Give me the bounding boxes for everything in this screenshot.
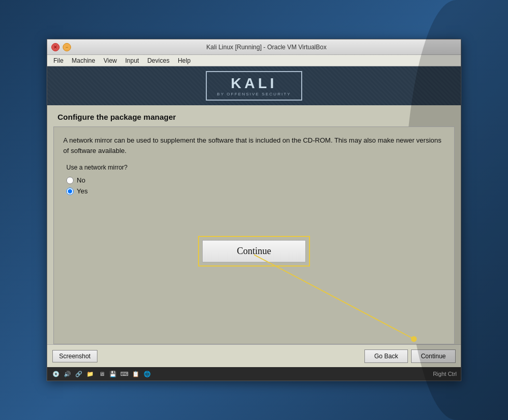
menu-help[interactable]: Help bbox=[174, 56, 195, 65]
hdd-icon: 💾 bbox=[108, 369, 118, 379]
svg-line-0 bbox=[254, 255, 414, 339]
audio-icon: 🔊 bbox=[63, 369, 72, 379]
kali-banner: KALI BY OFFENSIVE SECURITY bbox=[47, 66, 461, 105]
bottom-continue-button[interactable]: Continue bbox=[411, 349, 456, 363]
bottom-right-buttons: Go Back Continue bbox=[364, 349, 456, 363]
screenshot-button[interactable]: Screenshot bbox=[52, 350, 97, 362]
close-button[interactable]: ✕ bbox=[51, 43, 60, 51]
continue-btn-container: Continue bbox=[198, 236, 310, 267]
svg-point-1 bbox=[411, 336, 417, 342]
menu-bar: File Machine View Input Devices Help bbox=[47, 55, 461, 66]
right-ctrl-label: Right Ctrl bbox=[433, 371, 457, 377]
title-bar: ✕ − Kali Linux [Running] - Oracle VM Vir… bbox=[47, 39, 461, 55]
radio-no[interactable]: No bbox=[66, 176, 445, 184]
menu-file[interactable]: File bbox=[49, 56, 67, 65]
input-icon: ⌨ bbox=[120, 369, 129, 379]
usb-icon: 💿 bbox=[51, 369, 61, 379]
question-label: Use a network mirror? bbox=[66, 164, 445, 171]
radio-no-input[interactable] bbox=[66, 177, 74, 184]
menu-input[interactable]: Input bbox=[121, 56, 144, 65]
title-bar-buttons: ✕ − bbox=[51, 43, 71, 51]
network-icon: 🔗 bbox=[74, 369, 83, 379]
globe-icon: 🌐 bbox=[143, 369, 152, 379]
arrow-annotation bbox=[54, 127, 454, 344]
kali-logo-sub: BY OFFENSIVE SECURITY bbox=[217, 92, 291, 96]
kali-logo-text: KALI bbox=[217, 75, 291, 92]
content-continue-button[interactable]: Continue bbox=[202, 240, 306, 262]
radio-yes[interactable]: Yes bbox=[66, 187, 445, 195]
radio-yes-label: Yes bbox=[77, 187, 88, 195]
bottom-bar: Screenshot Go Back Continue bbox=[47, 344, 461, 367]
content-box: A network mirror can be used to suppleme… bbox=[53, 127, 455, 344]
minimize-button[interactable]: − bbox=[63, 43, 71, 51]
menu-view[interactable]: View bbox=[100, 56, 121, 65]
go-back-button[interactable]: Go Back bbox=[364, 349, 408, 363]
description-text: A network mirror can be used to suppleme… bbox=[63, 135, 445, 156]
clipboard-icon: 📋 bbox=[131, 369, 140, 379]
menu-devices[interactable]: Devices bbox=[143, 56, 174, 65]
radio-no-label: No bbox=[77, 176, 86, 184]
radio-yes-input[interactable] bbox=[66, 188, 74, 195]
kali-logo: KALI BY OFFENSIVE SECURITY bbox=[206, 71, 303, 101]
content-area: Configure the package manager A network … bbox=[47, 105, 461, 344]
continue-btn-highlight: Continue bbox=[198, 236, 310, 267]
folder-icon: 📁 bbox=[86, 369, 95, 379]
window-title: Kali Linux [Running] - Oracle VM Virtual… bbox=[76, 44, 457, 51]
menu-machine[interactable]: Machine bbox=[67, 56, 99, 65]
status-bar: 💿 🔊 🔗 📁 🖥 💾 ⌨ 📋 🌐 Right Ctrl bbox=[47, 367, 461, 381]
vm-window: ✕ − Kali Linux [Running] - Oracle VM Vir… bbox=[47, 39, 461, 381]
radio-group: No Yes bbox=[66, 176, 445, 195]
page-title: Configure the package manager bbox=[47, 105, 461, 127]
display-icon: 🖥 bbox=[97, 369, 106, 379]
